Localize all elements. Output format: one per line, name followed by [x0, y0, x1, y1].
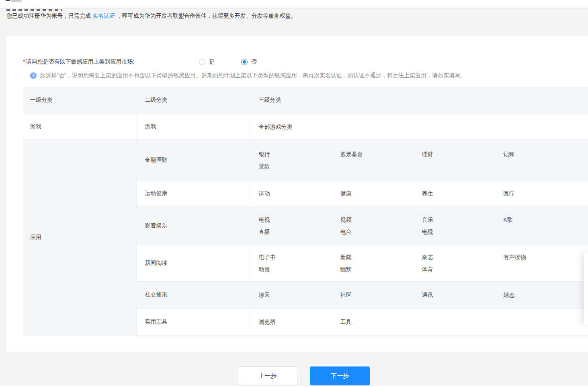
cell-level3-news: 电子书动漫 新闻幽默 杂志体育 有声读物 [250, 245, 588, 281]
level3-group: 新闻幽默 [340, 251, 422, 275]
level3-group: 通讯 [422, 289, 504, 301]
radio-icon-yes[interactable] [199, 59, 205, 65]
level3-item: 体育 [422, 263, 504, 275]
level3-item: 幽默 [340, 263, 422, 275]
intro-prefix: 您已成功注册华为帐号，只需完成 [6, 12, 92, 19]
level3-item: 视频 [340, 214, 422, 226]
level3-item: 健康 [340, 187, 422, 200]
top-strip [0, 0, 588, 8]
cell-level1-app: 应用 [23, 139, 137, 335]
level3-item: K歌 [504, 214, 585, 226]
cell-level3-social: 聊天 社区 通讯 婚恋 [250, 281, 588, 309]
level3-item: 通讯 [422, 289, 504, 301]
question-text: 请问您是否有以下敏感应用上架到应用市场: [26, 58, 134, 65]
level3-item: 全部游戏分类 [259, 121, 340, 133]
level3-group: 有声读物 [504, 251, 585, 263]
level3-item: 银行 [259, 148, 340, 160]
info-icon: ! [30, 72, 37, 79]
cell-level2-finance: 金融理财 [137, 139, 250, 181]
cell-level3-game: 全部游戏分类 [250, 114, 588, 139]
cell-level2-tools: 实用工具 [137, 309, 250, 335]
level3-item: 音乐 [422, 214, 504, 226]
next-step-button[interactable]: 下一步 [310, 366, 370, 385]
level3-group: 股票基金 [340, 148, 422, 160]
intro-suffix: ，即可成为华为开发者联盟合作伙伴，获得更多开发、分发等服务权益。 [115, 12, 297, 19]
cell-level2-health: 运动健康 [137, 181, 250, 206]
level3-item: 新闻 [340, 251, 422, 263]
level3-item: 杂志 [422, 251, 504, 263]
header-level1: 一级分类 [23, 87, 137, 114]
level3-group: 记账 [504, 148, 585, 160]
header-level2: 二级分类 [137, 87, 250, 114]
intro-text: 您已成功注册华为帐号，只需完成 实名认证 ，即可成为华为开发者联盟合作伙伴，获得… [6, 12, 297, 20]
content-area: 您已成功注册华为帐号，只需完成 实名认证 ，即可成为华为开发者联盟合作伙伴，获得… [0, 8, 588, 387]
level3-item: 聊天 [259, 289, 340, 301]
cell-level3-media: 电视直播 视频电台 音乐电视 K歌 [250, 206, 588, 245]
cutoff-title-fragment-2 [11, 0, 22, 2]
cell-level2-news: 新闻阅读 [137, 245, 250, 281]
cutoff-text-fragments [6, 9, 62, 11]
level3-item: 工具 [340, 316, 422, 328]
table-row-game: 游戏 游戏 全部游戏分类 [23, 114, 588, 139]
level3-item: 贷款 [259, 160, 340, 172]
radio-label-no: 否 [251, 58, 257, 66]
level3-item: 医疗 [504, 187, 585, 200]
level3-group: 音乐电视 [422, 214, 504, 238]
level3-item: 股票基金 [340, 148, 422, 160]
level3-group: 杂志体育 [422, 251, 504, 275]
level3-item: 电视 [259, 214, 340, 226]
realname-auth-link[interactable]: 实名认证 [92, 12, 115, 19]
level3-item: 电子书 [259, 251, 340, 263]
level3-group: 养生 [422, 187, 504, 200]
level3-item: 浏览器 [259, 316, 340, 328]
cell-level3-finance: 银行贷款 股票基金 理财 记账 [250, 139, 588, 181]
level3-group: 电子书动漫 [259, 251, 340, 275]
level3-item: 记账 [504, 148, 585, 160]
level3-item: 电台 [340, 226, 422, 238]
cell-level3-health: 运动 健康 养生 医疗 [250, 181, 588, 206]
floating-side-widget[interactable] [584, 252, 588, 325]
level3-item: 直播 [259, 226, 340, 238]
page: 您已成功注册华为帐号，只需完成 实名认证 ，即可成为华为开发者联盟合作伙伴，获得… [0, 0, 588, 387]
note-row: ! 如选择"否"，说明您需要上架的应用不包含以下类型的敏感应用。后期如您计划上架… [30, 72, 466, 79]
level3-item: 电视 [422, 226, 504, 238]
radio-option-no[interactable]: 否 [241, 58, 257, 66]
category-table: 一级分类 二级分类 三级分类 游戏 游戏 全部游戏分类 应用 [23, 87, 588, 336]
previous-step-button[interactable]: 上一步 [238, 366, 297, 385]
question-row: *请问您是否有以下敏感应用上架到应用市场: 是 否 [23, 58, 257, 66]
level3-item: 运动 [259, 187, 340, 200]
level3-item: 有声读物 [504, 251, 585, 263]
cutoff-title-fragment [6, 0, 10, 1]
level3-item: 社区 [340, 289, 422, 301]
level3-group: 社区 [340, 289, 422, 301]
cell-level3-tools: 浏览器 工具 [250, 309, 588, 335]
header-level3: 三级分类 [250, 87, 588, 114]
required-asterisk: * [23, 58, 25, 65]
cell-level1-game: 游戏 [23, 114, 137, 139]
sensitive-app-form-card: *请问您是否有以下敏感应用上架到应用市场: 是 否 ! 如选择"否"，说明您需要… [6, 36, 588, 352]
radio-icon-no[interactable] [241, 59, 248, 65]
level3-item: 动漫 [259, 263, 340, 275]
level3-group: 电视直播 [259, 214, 340, 238]
level3-group: 银行贷款 [259, 148, 340, 172]
cell-level2-game: 游戏 [137, 114, 250, 139]
level3-group: 婚恋 [504, 289, 585, 301]
level3-item: 理财 [422, 148, 504, 160]
level3-group: 医疗 [504, 187, 585, 200]
level3-group: 运动 [259, 187, 340, 200]
level3-group: 视频电台 [340, 214, 422, 238]
level3-group: 聊天 [259, 289, 340, 301]
radio-label-yes: 是 [209, 58, 215, 66]
level3-group: 浏览器 [259, 316, 340, 328]
level3-item: 婚恋 [504, 289, 585, 301]
level3-group: 工具 [340, 316, 422, 328]
cell-level2-social: 社交通讯 [137, 281, 250, 309]
level3-group: 理财 [422, 148, 504, 160]
table-header-row: 一级分类 二级分类 三级分类 [23, 87, 588, 114]
note-text: 如选择"否"，说明您需要上架的应用不包含以下类型的敏感应用。后期如您计划上架以下… [40, 72, 466, 79]
level3-group: 健康 [340, 187, 422, 200]
radio-option-yes[interactable]: 是 [199, 58, 215, 66]
level3-group: K歌 [504, 214, 585, 226]
cell-level2-media: 影音娱乐 [137, 206, 250, 245]
level3-item: 养生 [422, 187, 504, 200]
